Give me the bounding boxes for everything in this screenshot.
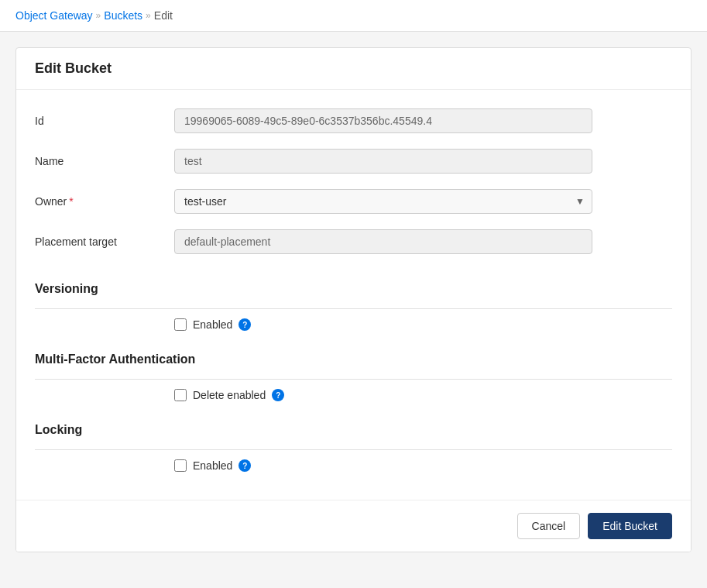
card-body: Id Name Owner* test-user ▼ Placeme	[16, 90, 691, 500]
mfa-section: Multi-Factor Authentication Delete enabl…	[35, 340, 672, 411]
card-footer: Cancel Edit Bucket	[16, 500, 691, 552]
versioning-enabled-label: Enabled	[193, 318, 232, 331]
mfa-title: Multi-Factor Authentication	[35, 340, 672, 373]
id-input	[174, 108, 592, 133]
card-title: Edit Bucket	[35, 60, 672, 77]
mfa-delete-enabled-group: Delete enabled ?	[35, 380, 672, 411]
required-indicator: *	[69, 195, 73, 208]
edit-bucket-button[interactable]: Edit Bucket	[588, 513, 672, 539]
versioning-title: Versioning	[35, 270, 672, 302]
id-field-group: Id	[35, 108, 672, 133]
locking-enabled-label: Enabled	[193, 459, 232, 472]
breadcrumb-current: Edit	[154, 9, 173, 22]
breadcrumb-buckets[interactable]: Buckets	[104, 9, 142, 22]
versioning-enabled-checkbox[interactable]	[174, 318, 187, 331]
locking-section: Locking Enabled ?	[35, 411, 672, 481]
cancel-button[interactable]: Cancel	[517, 513, 581, 539]
owner-select[interactable]: test-user	[174, 189, 592, 214]
breadcrumb-sep-1: »	[96, 10, 101, 21]
name-input	[174, 149, 592, 174]
breadcrumb: Object Gateway » Buckets » Edit	[0, 0, 707, 32]
owner-label: Owner*	[35, 195, 174, 208]
placement-input	[174, 229, 592, 254]
owner-select-wrapper: test-user ▼	[174, 189, 592, 214]
placement-label: Placement target	[35, 236, 174, 248]
locking-enabled-group: Enabled ?	[35, 450, 672, 481]
locking-title: Locking	[35, 411, 672, 443]
name-field-group: Name	[35, 149, 672, 174]
id-label: Id	[35, 115, 174, 127]
locking-enabled-checkbox[interactable]	[174, 459, 187, 472]
card-header: Edit Bucket	[16, 48, 691, 90]
placement-field-group: Placement target	[35, 229, 672, 254]
breadcrumb-sep-2: »	[146, 10, 151, 21]
versioning-help-icon[interactable]: ?	[239, 318, 251, 331]
mfa-delete-enabled-checkbox[interactable]	[174, 389, 187, 401]
versioning-section: Versioning Enabled ?	[35, 270, 672, 340]
owner-field-group: Owner* test-user ▼	[35, 189, 672, 214]
breadcrumb-root[interactable]: Object Gateway	[15, 9, 93, 22]
mfa-help-icon[interactable]: ?	[272, 389, 284, 401]
mfa-delete-enabled-label: Delete enabled	[193, 389, 266, 401]
edit-bucket-card: Edit Bucket Id Name Owner* test-user ▼	[15, 47, 692, 552]
name-label: Name	[35, 155, 174, 167]
versioning-enabled-group: Enabled ?	[35, 309, 672, 340]
locking-help-icon[interactable]: ?	[239, 459, 251, 472]
